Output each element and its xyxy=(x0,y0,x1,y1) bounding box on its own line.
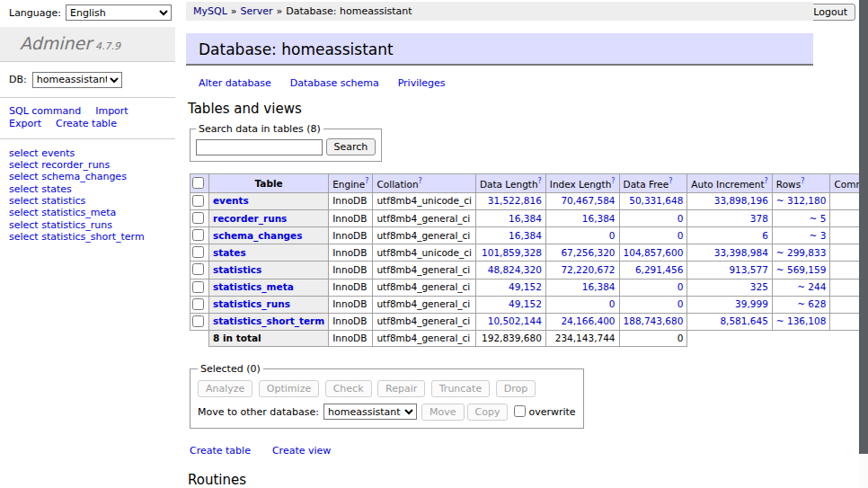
rows-count-link[interactable]: ~ 628 xyxy=(797,298,826,309)
breadcrumb-mysql-link[interactable]: MySQL xyxy=(193,5,227,17)
sidebar-item-export[interactable]: Export xyxy=(9,118,41,130)
column-header-data-length: Data Length? xyxy=(475,174,545,193)
select-all-checkbox[interactable] xyxy=(192,177,204,189)
sidebar-item-select-events[interactable]: select events xyxy=(9,147,175,159)
row-checkbox[interactable] xyxy=(192,212,204,224)
move-db-select[interactable]: homeassistant xyxy=(323,404,417,420)
help-icon[interactable]: ? xyxy=(669,177,672,185)
move-button[interactable]: Move xyxy=(421,404,465,421)
vertical-scrollbar[interactable] xyxy=(859,0,868,488)
adminer-logo-link[interactable]: Adminer xyxy=(20,33,92,53)
row-checkbox[interactable] xyxy=(192,263,204,275)
rows-count-link[interactable]: ~ 244 xyxy=(797,281,826,292)
help-icon[interactable]: ? xyxy=(419,177,422,185)
sidebar-item-sql-command[interactable]: SQL command xyxy=(9,105,81,118)
rows-count-link[interactable]: ~ 312,180 xyxy=(776,195,827,206)
total-collation: utf8mb4_general_ci xyxy=(373,330,475,346)
rows-count-link[interactable]: ~ 569,159 xyxy=(776,264,827,275)
row-checkbox[interactable] xyxy=(192,195,204,207)
data-free-cell: 50,331,648 xyxy=(619,192,687,209)
rows-count-link[interactable]: ~ 3 xyxy=(810,230,827,241)
search-legend: Search data in tables (8) xyxy=(196,123,323,136)
search-button[interactable]: Search xyxy=(326,138,376,155)
app-version: 4.7.9 xyxy=(95,40,120,52)
row-checkbox[interactable] xyxy=(192,298,204,310)
alter-database-link[interactable]: Alter database xyxy=(199,77,271,89)
sidebar-item-create-table[interactable]: Create table xyxy=(56,118,117,130)
optimize-button[interactable]: Optimize xyxy=(259,380,319,397)
overwrite-checkbox[interactable] xyxy=(514,405,526,417)
index-length-cell: 72,220,672 xyxy=(545,262,619,279)
db-select[interactable]: homeassistant xyxy=(32,72,122,88)
row-checkbox[interactable] xyxy=(192,281,204,293)
data-free-cell: 6,291,456 xyxy=(619,262,687,279)
sidebar-item-select-statistics-runs[interactable]: select statistics_runs xyxy=(9,219,175,231)
rows-count-link[interactable]: ~ 299,833 xyxy=(776,247,827,258)
sidebar-item-select-statistics[interactable]: select statistics xyxy=(9,195,175,207)
auto-increment-cell: 39,999 xyxy=(687,296,773,313)
help-icon[interactable]: ? xyxy=(611,177,615,185)
table-link[interactable]: events xyxy=(213,195,249,206)
data-free-cell: 104,857,600 xyxy=(619,244,687,262)
engine-cell: InnoDB xyxy=(329,210,373,227)
data-length-cell: 48,824,320 xyxy=(475,262,545,279)
table-row: recorder_runs InnoDB utf8mb4_general_ci … xyxy=(190,210,868,227)
database-schema-link[interactable]: Database schema xyxy=(290,77,379,89)
help-icon[interactable]: ? xyxy=(765,177,768,185)
engine-cell: InnoDB xyxy=(329,192,373,209)
tables-and-views-heading: Tables and views xyxy=(188,101,813,118)
table-link[interactable]: recorder_runs xyxy=(213,213,287,224)
auto-increment-cell: 913,577 xyxy=(687,262,773,279)
collation-cell: utf8mb4_general_ci xyxy=(373,296,475,313)
table-link[interactable]: statistics_short_term xyxy=(213,315,324,326)
data-length-cell: 31,522,816 xyxy=(475,192,545,209)
truncate-button[interactable]: Truncate xyxy=(431,380,490,397)
data-length-cell: 49,152 xyxy=(475,279,545,296)
table-row: statistics_short_term InnoDB utf8mb4_gen… xyxy=(190,313,868,330)
check-button[interactable]: Check xyxy=(325,380,372,397)
help-icon[interactable]: ? xyxy=(365,177,368,185)
app-title: Adminer4.7.9 xyxy=(0,27,175,62)
sidebar-item-select-states[interactable]: select states xyxy=(9,183,175,195)
column-header-table: Table xyxy=(209,174,329,193)
collation-cell: utf8mb4_unicode_ci xyxy=(373,192,475,209)
copy-button[interactable]: Copy xyxy=(467,404,509,421)
table-link[interactable]: statistics_runs xyxy=(213,298,290,309)
rows-count-link[interactable]: ~ 136,108 xyxy=(776,315,827,326)
selected-buttons: Analyze Optimize Check Repair Truncate D… xyxy=(198,380,576,397)
search-input[interactable] xyxy=(196,139,323,155)
breadcrumb-server-link[interactable]: Server xyxy=(241,5,273,17)
row-checkbox[interactable] xyxy=(192,246,204,258)
table-header-row: Table Engine? Collation? Data Length? In… xyxy=(190,174,868,193)
analyze-button[interactable]: Analyze xyxy=(198,380,252,397)
column-header-data-free: Data Free? xyxy=(619,174,687,193)
row-checkbox[interactable] xyxy=(192,229,204,241)
sidebar-item-select-schema-changes[interactable]: select schema_changes xyxy=(9,171,175,182)
data-free-cell: 0 xyxy=(619,296,687,313)
table-link[interactable]: statistics_meta xyxy=(213,281,294,292)
table-link[interactable]: schema_changes xyxy=(213,230,303,241)
create-view-link[interactable]: Create view xyxy=(272,445,331,457)
sidebar-item-select-statistics-short-term[interactable]: select statistics_short_term xyxy=(9,231,175,243)
help-icon[interactable]: ? xyxy=(538,177,542,185)
auto-increment-cell: 6 xyxy=(687,227,773,244)
sidebar-item-select-recorder-runs[interactable]: select recorder_runs xyxy=(9,159,175,171)
data-length-cell: 16,384 xyxy=(475,227,545,244)
sidebar-item-select-statistics-meta[interactable]: select statistics_meta xyxy=(9,207,175,218)
rows-count-link[interactable]: ~ 5 xyxy=(810,213,827,224)
scrollbar-thumb[interactable] xyxy=(859,0,868,454)
repair-button[interactable]: Repair xyxy=(377,380,425,397)
drop-button[interactable]: Drop xyxy=(496,380,536,397)
column-header-auto-increment: Auto Increment? xyxy=(687,174,773,193)
total-index-length: 234,143,744 xyxy=(545,330,619,346)
create-table-link[interactable]: Create table xyxy=(190,445,251,457)
row-checkbox[interactable] xyxy=(192,315,204,327)
column-header-index-length: Index Length? xyxy=(545,174,619,193)
create-links: Create tableCreate view xyxy=(190,445,813,457)
help-icon[interactable]: ? xyxy=(801,177,804,185)
privileges-link[interactable]: Privileges xyxy=(398,77,446,89)
engine-cell: InnoDB xyxy=(329,244,373,262)
table-link[interactable]: statistics xyxy=(213,264,261,275)
sidebar-item-import[interactable]: Import xyxy=(95,105,128,118)
table-link[interactable]: states xyxy=(213,247,246,258)
